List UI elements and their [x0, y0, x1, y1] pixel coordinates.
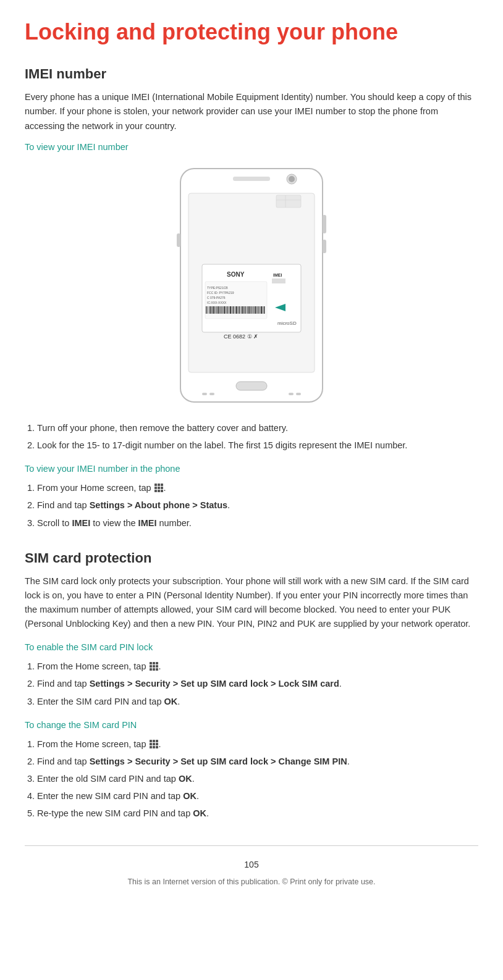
- svg-rect-67: [158, 484, 160, 486]
- svg-text:IMEI: IMEI: [273, 273, 282, 277]
- sim-change-step-3: Enter the old SIM card PIN and tap OK.: [37, 772, 478, 786]
- imei-view-link[interactable]: To view your IMEI number: [25, 141, 478, 154]
- svg-rect-47: [256, 306, 257, 314]
- sim-change-step-5: Re-type the new SIM card PIN and tap OK.: [37, 806, 478, 821]
- svg-rect-88: [153, 743, 155, 745]
- sim-enable-step-3: Enter the SIM card PIN and tap OK.: [37, 695, 478, 709]
- svg-rect-58: [236, 382, 267, 390]
- svg-rect-20: [214, 306, 216, 314]
- svg-rect-17: [209, 306, 211, 314]
- svg-rect-81: [150, 668, 152, 671]
- svg-rect-48: [258, 306, 259, 314]
- page-title: Locking and protecting your phone: [25, 19, 478, 45]
- imei-phone-steps-list: From your Home screen, tap . Find and ta…: [37, 481, 478, 530]
- svg-rect-41: [247, 306, 248, 314]
- sim-change-step-2: Find and tap Settings > Security > Set u…: [37, 755, 478, 769]
- svg-rect-32: [233, 306, 234, 314]
- phone-image: SONY TYPE:PS21CB FCC ID: PY7PA219 C 079-…: [171, 165, 332, 411]
- grid-icon-2: [149, 661, 159, 671]
- svg-rect-51: [263, 306, 263, 314]
- svg-rect-74: [161, 490, 163, 492]
- svg-rect-49: [260, 306, 260, 314]
- sim-enable-label: To enable the SIM card PIN lock: [25, 641, 478, 655]
- phone-image-container: SONY TYPE:PS21CB FCC ID: PY7PA219 C 079-…: [25, 165, 478, 411]
- svg-rect-91: [153, 746, 155, 748]
- svg-rect-28: [227, 306, 228, 314]
- svg-rect-19: [213, 306, 214, 314]
- svg-rect-50: [261, 306, 262, 314]
- svg-rect-29: [229, 306, 229, 314]
- svg-rect-85: [153, 740, 155, 742]
- imei-phone-step-1: From your Home screen, tap .: [37, 481, 478, 495]
- svg-rect-60: [209, 393, 214, 395]
- imei-section-title: IMEI number: [25, 64, 478, 84]
- imei-phone-step-2: Find and tap Settings > About phone > St…: [37, 498, 478, 513]
- page-number: 105: [25, 858, 478, 871]
- svg-rect-89: [156, 743, 158, 745]
- svg-rect-3: [177, 233, 180, 247]
- sim-change-steps: From the Home screen, tap . Find and tap…: [37, 737, 478, 821]
- sim-change-step-4: Enter the new SIM card PIN and tap OK.: [37, 789, 478, 803]
- svg-rect-15: [206, 306, 207, 314]
- svg-rect-78: [150, 665, 152, 668]
- sim-body-text: The SIM card lock only protects your sub…: [25, 574, 478, 632]
- svg-rect-37: [241, 306, 242, 314]
- svg-rect-2: [323, 240, 326, 253]
- svg-rect-31: [232, 306, 232, 314]
- svg-rect-76: [153, 662, 155, 664]
- svg-rect-77: [156, 662, 158, 664]
- svg-rect-22: [218, 306, 219, 314]
- svg-rect-46: [255, 306, 256, 314]
- svg-text:CE 0682 ① ✗: CE 0682 ① ✗: [224, 333, 258, 340]
- svg-rect-84: [150, 740, 152, 742]
- svg-text:microSD: microSD: [277, 320, 297, 326]
- svg-rect-90: [150, 746, 152, 748]
- svg-rect-23: [219, 306, 220, 314]
- svg-rect-79: [153, 665, 155, 668]
- svg-rect-82: [153, 668, 155, 671]
- svg-text:TYPE:PS21CB: TYPE:PS21CB: [207, 286, 228, 290]
- svg-rect-87: [150, 743, 152, 745]
- svg-rect-16: [208, 306, 208, 314]
- svg-rect-75: [150, 662, 152, 664]
- svg-rect-66: [154, 484, 157, 486]
- imei-step-1: Turn off your phone, then remove the bat…: [37, 421, 478, 435]
- svg-rect-92: [156, 746, 158, 748]
- svg-text:IC:XXX-XXXX: IC:XXX-XXXX: [207, 301, 227, 304]
- svg-rect-33: [235, 306, 235, 314]
- svg-rect-1: [323, 215, 326, 233]
- sim-enable-step-1: From the Home screen, tap .: [37, 660, 478, 674]
- svg-rect-24: [221, 306, 222, 314]
- sim-section-title: SIM card protection: [25, 548, 478, 568]
- svg-rect-34: [236, 306, 237, 314]
- svg-rect-52: [264, 306, 265, 314]
- svg-rect-40: [245, 306, 247, 314]
- svg-rect-21: [216, 306, 217, 314]
- svg-rect-73: [158, 490, 160, 492]
- sim-enable-steps: From the Home screen, tap . Find and tap…: [37, 660, 478, 709]
- svg-text:C 079-PA276: C 079-PA276: [207, 296, 226, 299]
- svg-rect-72: [154, 490, 157, 492]
- page-footer: 105 This is an Internet version of this …: [25, 845, 478, 888]
- svg-text:SONY: SONY: [227, 271, 245, 278]
- imei-step-2: Look for the 15- to 17-digit number on t…: [37, 438, 478, 453]
- svg-rect-39: [244, 306, 245, 314]
- svg-rect-26: [224, 306, 225, 314]
- svg-rect-18: [211, 306, 212, 314]
- svg-rect-38: [242, 306, 243, 314]
- svg-rect-68: [161, 484, 163, 486]
- svg-rect-59: [202, 393, 207, 395]
- svg-rect-69: [154, 487, 157, 489]
- grid-icon: [154, 483, 164, 493]
- imei-phone-subsection-label: To view your IMEI number in the phone: [25, 463, 478, 476]
- grid-icon-3: [149, 739, 159, 749]
- sim-change-step-1: From the Home screen, tap .: [37, 737, 478, 752]
- svg-rect-83: [156, 668, 158, 671]
- svg-rect-63: [276, 195, 301, 207]
- imei-body-text: Every phone has a unique IMEI (Internati…: [25, 90, 478, 133]
- svg-rect-62: [296, 393, 301, 395]
- imei-steps-list: Turn off your phone, then remove the bat…: [37, 421, 478, 453]
- svg-rect-42: [248, 306, 250, 314]
- svg-rect-71: [161, 487, 163, 489]
- svg-rect-36: [239, 306, 240, 314]
